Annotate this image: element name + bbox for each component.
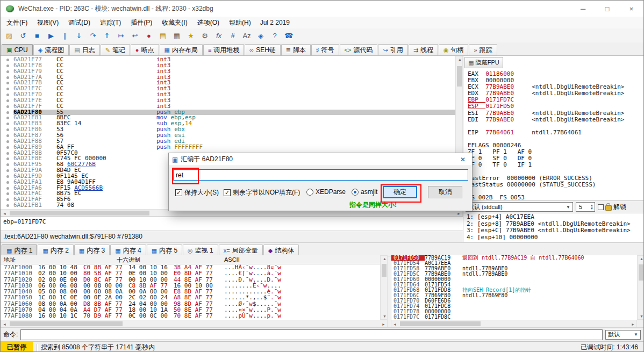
restart-icon[interactable]: ↺ — [17, 29, 30, 42]
breakpoint-gutter[interactable] — [1, 98, 13, 104]
dialog-close-icon[interactable]: ✕ — [454, 153, 472, 166]
tab-breakpoints[interactable]: ●断点 — [131, 44, 159, 55]
dump-vertical-scrollbar[interactable]: ▲ ▼ — [380, 255, 388, 320]
argument-row[interactable]: 4: [esp+10] 00000000 — [467, 234, 644, 241]
scrollbar-thumb[interactable] — [10, 211, 149, 215]
breakpoint-gutter[interactable] — [1, 203, 13, 209]
scrollbar-thumb[interactable] — [457, 66, 462, 87]
breakpoint-gutter[interactable] — [1, 150, 13, 156]
tab-threads[interactable]: ⇉线程 — [409, 44, 438, 55]
tab-struct[interactable]: ◆结构体 — [263, 245, 299, 256]
dump-horizontal-scrollbar[interactable]: ◄ ► — [1, 320, 388, 327]
asmjit-radio[interactable]: asmjit — [352, 188, 377, 196]
breakpoint-gutter[interactable] — [1, 75, 13, 81]
tab-call-stack[interactable]: ≡调用堆栈 — [203, 44, 244, 55]
keep-size-checkbox[interactable]: ✓ 保持大小(S) — [175, 188, 219, 197]
stepper-arrows-icon[interactable]: ▲▼ — [590, 204, 595, 210]
scrollbar-thumb[interactable] — [639, 264, 643, 281]
breakpoint-gutter[interactable] — [1, 179, 13, 185]
tab-seh-chain[interactable]: ∞SEH链 — [245, 44, 281, 55]
hash-icon[interactable]: # — [226, 29, 239, 42]
menu-item[interactable]: 文件(F) — [2, 17, 32, 29]
tab-memory-3[interactable]: ▦内存 3 — [74, 245, 110, 256]
settings-gear-icon[interactable]: ⚙ — [198, 29, 211, 42]
patch-icon[interactable]: ▦ — [170, 29, 183, 42]
breakpoint-gutter[interactable] — [1, 168, 13, 174]
scroll-down-icon[interactable]: ▼ — [383, 314, 387, 318]
help-icon[interactable]: ? — [268, 29, 281, 42]
phone-icon[interactable]: ☎ — [282, 29, 295, 42]
stack-vertical-scrollbar[interactable]: ▲ ▼ — [637, 255, 644, 320]
tab-memory-2[interactable]: ▦内存 2 — [38, 245, 73, 256]
tab-symbols[interactable]: ♯符号 — [311, 44, 339, 55]
arg-count-stepper[interactable]: 5 ▲▼ — [576, 202, 595, 212]
breakpoint-gutter[interactable] — [1, 185, 13, 191]
register-row[interactable]: CF 0 TF 0 IF 1 — [468, 162, 644, 168]
stop-icon[interactable]: ■ — [31, 29, 44, 42]
menu-item[interactable]: 选项(O) — [192, 17, 224, 29]
tab-memory-4[interactable]: ▦内存 4 — [110, 245, 146, 256]
scroll-up-icon[interactable]: ▲ — [383, 257, 387, 261]
disasm-row[interactable]: 6AD21F78CCint3 — [1, 63, 455, 69]
breakpoint-gutter[interactable] — [1, 104, 13, 110]
tab-log[interactable]: ▤日志 — [69, 44, 99, 55]
disasm-row[interactable]: 6AD21F8383EC 14sub esp,14 — [1, 121, 455, 127]
disasm-row[interactable]: 6AD21F7ACCint3 — [1, 75, 455, 81]
log-icon[interactable]: ▤ — [156, 29, 169, 42]
menu-item[interactable]: 调试(D) — [63, 17, 95, 29]
disasm-row[interactable]: 6AD21F7DCCint3 — [1, 92, 455, 98]
ok-button[interactable]: 确定 — [383, 186, 417, 198]
scrollbar-thumb[interactable] — [382, 264, 387, 277]
tab-references[interactable]: ↪引用 — [378, 44, 407, 55]
scroll-down-icon[interactable]: ▼ — [640, 314, 643, 318]
dump-row[interactable]: 77AF101002 00 10 0080 5B AF 770E 00 10 0… — [1, 270, 380, 276]
breakpoint-gutter[interactable] — [1, 121, 13, 127]
tab-cpu[interactable]: ▣CPU — [2, 44, 33, 55]
register-row[interactable]: EDI 77B9ABE0 <ntdll.DbgUiRemoteBreakin> — [468, 117, 644, 123]
pause-icon[interactable]: ∥ — [59, 29, 71, 42]
breakpoint-gutter[interactable] — [1, 145, 13, 150]
disasm-row[interactable]: 6AD21F7FCCint3 — [1, 104, 455, 110]
tab-notes[interactable]: ✎笔记 — [101, 44, 130, 55]
disasm-row[interactable]: 6AD21F8653push ebx — [1, 127, 455, 133]
breakpoint-icon[interactable]: ● — [142, 29, 155, 42]
breakpoint-gutter[interactable] — [1, 115, 13, 121]
tab-source[interactable]: <>源代码 — [340, 44, 378, 55]
menu-item[interactable]: 插件(P) — [126, 17, 157, 29]
command-profile-dropdown[interactable]: 默认 ▼ — [605, 330, 641, 340]
scroll-right-icon[interactable]: ► — [457, 212, 461, 215]
favourites-icon[interactable]: ★ — [184, 29, 197, 42]
disasm-row[interactable]: 6AD21F77CCint3 — [1, 57, 455, 63]
breakpoint-gutter[interactable] — [1, 133, 13, 139]
breakpoint-gutter[interactable] — [1, 162, 13, 168]
scrollbar-thumb[interactable] — [400, 321, 481, 326]
scroll-left-icon[interactable]: ◄ — [3, 322, 6, 326]
fx-icon[interactable]: fx — [212, 29, 225, 42]
breakpoint-gutter[interactable] — [1, 191, 13, 197]
stack-horizontal-scrollbar[interactable]: ◄ ► — [391, 320, 637, 327]
scrollbar-thumb[interactable] — [10, 321, 123, 326]
breakpoint-gutter[interactable] — [1, 139, 13, 145]
breakpoint-gutter[interactable] — [1, 63, 13, 69]
breakpoint-gutter[interactable] — [1, 86, 13, 92]
execute-till-return-icon[interactable]: ↩ — [128, 29, 141, 42]
step-over-icon[interactable]: ↷ — [87, 29, 99, 42]
argument-row[interactable]: 1: [esp+4] A0C17EEA — [467, 214, 644, 221]
unlock-checkbox[interactable]: 解锁 — [598, 203, 626, 212]
minimize-button[interactable]: ─ — [571, 1, 595, 17]
disasm-row[interactable]: 6AD21F7CCCint3 — [1, 86, 455, 92]
scroll-up-icon[interactable]: ▲ — [640, 257, 643, 261]
breakpoint-gutter[interactable] — [1, 80, 13, 86]
hide-fpu-button[interactable]: ▦ 隐藏FPU — [464, 57, 503, 68]
breakpoint-gutter[interactable] — [1, 92, 13, 98]
register-row[interactable]: GS 002B FS 0053 — [468, 195, 644, 200]
tab-script[interactable]: ≣脚本 — [281, 44, 311, 55]
register-row[interactable]: LastStatus 00000000 (STATUS_SUCCESS) — [468, 182, 644, 188]
breakpoint-gutter[interactable] — [1, 127, 13, 133]
breakpoint-gutter[interactable] — [1, 69, 13, 75]
tab-memory-5[interactable]: ▦内存 5 — [147, 245, 182, 256]
menu-item[interactable]: 收藏夹(I) — [157, 17, 192, 29]
disasm-row[interactable]: 6AD21F79CCint3 — [1, 69, 455, 75]
step-into-icon[interactable]: ⇓ — [73, 29, 85, 42]
disasm-row[interactable]: 6AD21F7ECCint3 — [1, 98, 455, 104]
